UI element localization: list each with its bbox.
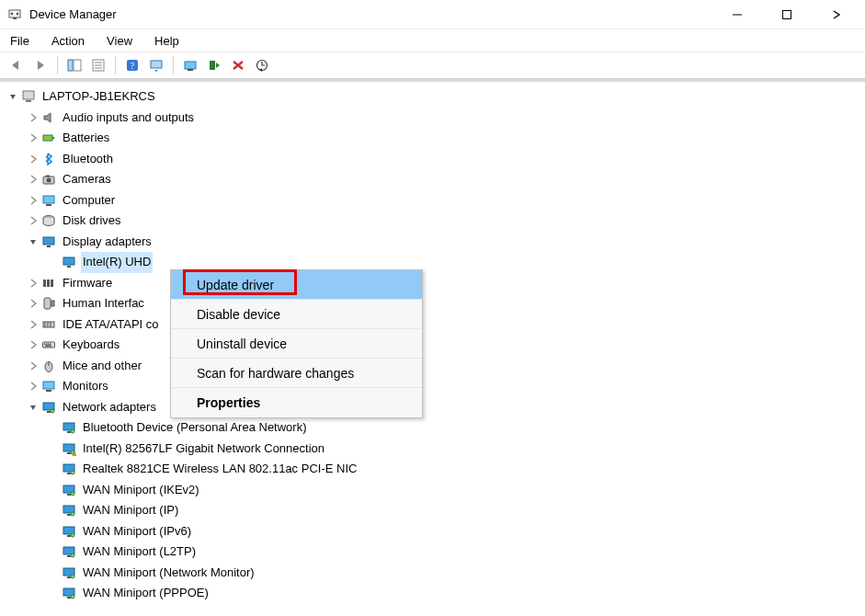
tree-device[interactable]: WAN Miniport (IKEv2) <box>6 480 859 501</box>
network-icon <box>40 400 57 415</box>
tree-category[interactable]: Network adapters <box>6 397 859 418</box>
battery-icon <box>40 131 57 145</box>
chevron-right-icon[interactable] <box>26 193 40 208</box>
scan-hardware-button[interactable] <box>251 55 273 75</box>
tree-device[interactable]: WAN Miniport (Network Monitor) <box>6 563 859 584</box>
svg-point-69 <box>71 492 74 496</box>
overflow-button[interactable] <box>815 1 858 29</box>
context-menu-disable-device[interactable]: Disable device <box>171 300 422 329</box>
svg-rect-24 <box>52 137 54 139</box>
tree-category[interactable]: Mice and other <box>6 356 859 377</box>
context-menu-item-label: Properties <box>197 395 260 410</box>
context-menu-uninstall-device[interactable]: Uninstall device <box>171 329 422 359</box>
tree-category[interactable]: Monitors <box>6 376 859 397</box>
network-icon: ! <box>61 441 77 456</box>
keyboard-icon <box>40 337 57 352</box>
svg-rect-47 <box>48 344 50 346</box>
context-menu-update-driver[interactable]: Update driver <box>171 270 422 300</box>
svg-rect-32 <box>47 245 51 247</box>
tree-device[interactable]: Bluetooth Device (Personal Area Network) <box>6 417 859 439</box>
uninstall-button[interactable] <box>227 55 249 75</box>
svg-rect-49 <box>45 346 51 348</box>
tree-device[interactable]: !Intel(R) 82567LF Gigabit Network Connec… <box>6 439 859 460</box>
camera-icon <box>40 172 57 187</box>
chevron-right-icon[interactable] <box>26 379 40 394</box>
computer-icon <box>20 89 37 104</box>
network-icon <box>61 544 77 559</box>
menu-action[interactable]: Action <box>49 32 87 50</box>
tree-category[interactable]: Audio inputs and outputs <box>6 108 859 129</box>
disk-icon <box>40 213 57 228</box>
chevron-right-icon[interactable] <box>26 276 40 291</box>
action-button[interactable] <box>145 55 167 75</box>
tree-category[interactable]: Computer <box>6 190 859 211</box>
svg-rect-35 <box>43 279 46 287</box>
tree-device[interactable]: Intel(R) UHD <box>6 252 859 273</box>
chevron-down-icon[interactable] <box>26 234 40 249</box>
chevron-right-icon[interactable] <box>26 296 40 311</box>
svg-rect-77 <box>67 555 71 557</box>
context-menu-item-label: Uninstall device <box>197 337 287 351</box>
app-icon <box>7 7 22 22</box>
chevron-right-icon[interactable] <box>26 317 40 332</box>
enable-button[interactable] <box>203 55 225 75</box>
chevron-right-icon[interactable] <box>26 172 40 187</box>
tree-device[interactable]: WAN Miniport (L2TP) <box>6 542 859 563</box>
tree-category-label: Network adapters <box>61 397 158 418</box>
update-driver-button[interactable] <box>179 55 201 75</box>
svg-rect-29 <box>46 204 51 206</box>
tree-category[interactable]: Disk drives <box>6 211 859 232</box>
chevron-right-icon[interactable] <box>26 152 40 166</box>
menu-file[interactable]: File <box>7 32 32 50</box>
tree-device[interactable]: WAN Miniport (PPPOE) <box>6 583 859 604</box>
svg-rect-28 <box>43 196 54 203</box>
maximize-button[interactable] <box>766 1 808 29</box>
network-icon <box>61 503 77 518</box>
svg-rect-52 <box>43 382 54 389</box>
tree-device-label: Realtek 8821CE Wireless LAN 802.11ac PCI… <box>81 459 359 480</box>
back-button[interactable] <box>6 55 28 75</box>
toolbar: ? <box>0 51 865 79</box>
tree-category[interactable]: Keyboards <box>6 335 859 356</box>
tree-category[interactable]: Batteries <box>6 128 859 149</box>
tree-category[interactable]: IDE ATA/ATAPI co <box>6 314 859 336</box>
svg-point-75 <box>71 533 74 537</box>
tree-category[interactable]: Human Interfac <box>6 293 859 314</box>
tree-device[interactable]: Realtek 8821CE Wireless LAN 802.11ac PCI… <box>6 459 859 480</box>
svg-rect-7 <box>74 60 81 71</box>
chevron-down-icon[interactable] <box>26 400 40 415</box>
properties-button[interactable] <box>87 55 109 75</box>
svg-rect-1 <box>13 17 17 19</box>
chevron-right-icon[interactable] <box>26 110 40 125</box>
context-menu-scan-for-hardware-changes[interactable]: Scan for hardware changes <box>171 359 422 388</box>
svg-rect-80 <box>67 576 71 578</box>
tree-category[interactable]: Cameras <box>6 169 859 190</box>
menu-view[interactable]: View <box>104 32 135 50</box>
help-button[interactable]: ? <box>121 55 143 75</box>
tree-device[interactable]: WAN Miniport (IPv6) <box>6 521 859 542</box>
tree-category-label: Human Interfac <box>61 293 146 314</box>
chevron-right-icon[interactable] <box>26 131 40 145</box>
chevron-right-icon[interactable] <box>26 213 40 228</box>
menu-help[interactable]: Help <box>152 32 182 50</box>
svg-rect-55 <box>47 411 51 413</box>
context-menu-item-label: Scan for hardware changes <box>197 366 354 381</box>
forward-button[interactable] <box>29 55 51 75</box>
speaker-icon <box>40 110 57 125</box>
tree-category[interactable]: Display adapters <box>6 232 859 253</box>
chevron-right-icon[interactable] <box>26 359 40 373</box>
svg-point-84 <box>71 595 74 599</box>
svg-text:!: ! <box>74 451 74 456</box>
chevron-right-icon[interactable] <box>26 337 40 352</box>
svg-rect-45 <box>44 344 46 346</box>
tree-device[interactable]: WAN Miniport (IP) <box>6 500 859 521</box>
tree-category[interactable]: Firmware <box>6 273 859 294</box>
tree-category[interactable]: Bluetooth <box>6 149 859 170</box>
minimize-button[interactable] <box>716 1 758 29</box>
svg-point-26 <box>47 178 51 183</box>
show-hide-tree-button[interactable] <box>63 55 85 75</box>
context-menu-properties[interactable]: Properties <box>171 388 422 417</box>
chevron-down-icon[interactable] <box>6 89 20 104</box>
svg-rect-14 <box>151 61 162 68</box>
tree-root[interactable]: LAPTOP-JB1EKRCS <box>6 86 859 108</box>
